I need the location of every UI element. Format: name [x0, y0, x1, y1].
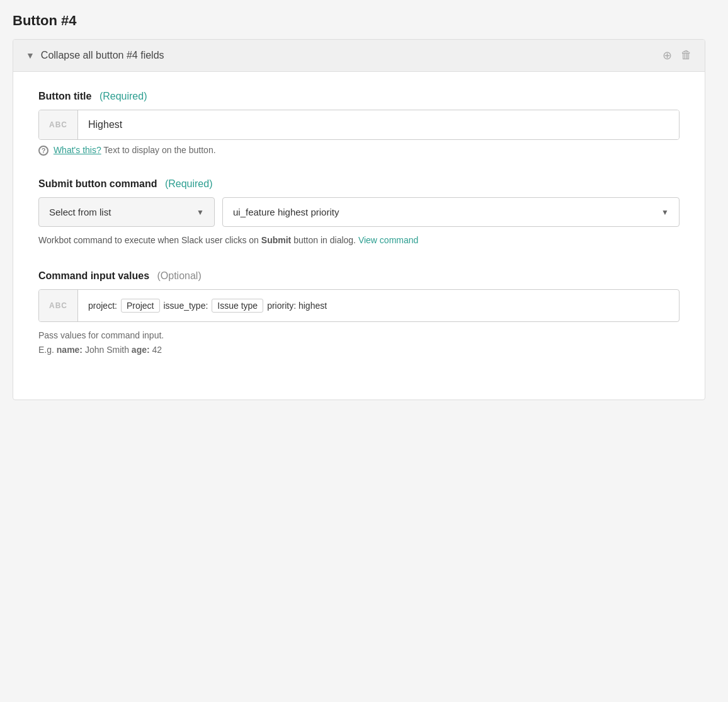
button-card: ▼ Collapse all button #4 fields ⊕ 🗑 Butt…: [13, 39, 705, 400]
submit-command-dropdowns: Select from list ▼ ui_feature highest pr…: [38, 197, 680, 227]
pass-values-line1: Pass values for command input.: [38, 328, 680, 343]
dropdown-left-arrow-icon: ▼: [196, 208, 204, 217]
dropdown-right-arrow-icon: ▼: [661, 208, 669, 217]
card-body: Button title (Required) ABC ? What's thi…: [13, 72, 705, 400]
whats-this-link[interactable]: What's this?: [54, 145, 101, 155]
command-input-row: ABC project: Project issue_type: Issue t…: [38, 289, 680, 322]
button-title-label: Button title (Required): [38, 91, 680, 102]
submit-command-section: Submit button command (Required) Select …: [38, 178, 680, 247]
button-title-section: Button title (Required) ABC ? What's thi…: [38, 91, 680, 156]
command-input-optional: (Optional): [157, 270, 201, 281]
issue-type-text: issue_type:: [164, 301, 208, 311]
submit-command-help: Workbot command to execute when Slack us…: [38, 233, 680, 247]
command-value-dropdown[interactable]: ui_feature highest priority ▼: [222, 197, 680, 227]
card-header-icons: ⊕ 🗑: [663, 49, 692, 62]
button-title-help: ? What's this? Text to display on the bu…: [38, 145, 680, 156]
button-title-required: (Required): [100, 91, 147, 101]
card-header: ▼ Collapse all button #4 fields ⊕ 🗑: [13, 40, 705, 72]
collapse-label[interactable]: Collapse all button #4 fields: [41, 50, 164, 61]
priority-text: priority: highest: [267, 301, 327, 311]
pass-values-help: Pass values for command input. E.g. name…: [38, 328, 680, 359]
card-header-left: ▼ Collapse all button #4 fields: [26, 50, 164, 61]
collapse-arrow-icon[interactable]: ▼: [26, 50, 35, 60]
command-input-value[interactable]: project: Project issue_type: Issue type …: [78, 290, 679, 321]
command-input-label: Command input values (Optional): [38, 270, 680, 282]
pass-values-line2: E.g. name: John Smith age: 42: [38, 343, 680, 358]
delete-icon[interactable]: 🗑: [681, 49, 692, 62]
button-title-input-row: ABC: [38, 110, 680, 140]
issue-type-chip: Issue type: [212, 299, 263, 313]
select-from-list-dropdown[interactable]: Select from list ▼: [38, 197, 215, 227]
project-chip: Project: [121, 299, 160, 313]
command-input-section: Command input values (Optional) ABC proj…: [38, 270, 680, 359]
page-title: Button #4: [13, 13, 715, 29]
view-command-link[interactable]: View command: [358, 235, 418, 245]
command-input-prefix: ABC: [39, 290, 78, 321]
button-title-input[interactable]: [78, 110, 679, 139]
button-title-prefix: ABC: [39, 110, 78, 139]
submit-command-required: (Required): [165, 178, 213, 189]
move-icon[interactable]: ⊕: [663, 49, 672, 62]
help-icon: ?: [38, 146, 48, 156]
project-text: project:: [88, 301, 117, 311]
submit-command-label: Submit button command (Required): [38, 178, 680, 190]
